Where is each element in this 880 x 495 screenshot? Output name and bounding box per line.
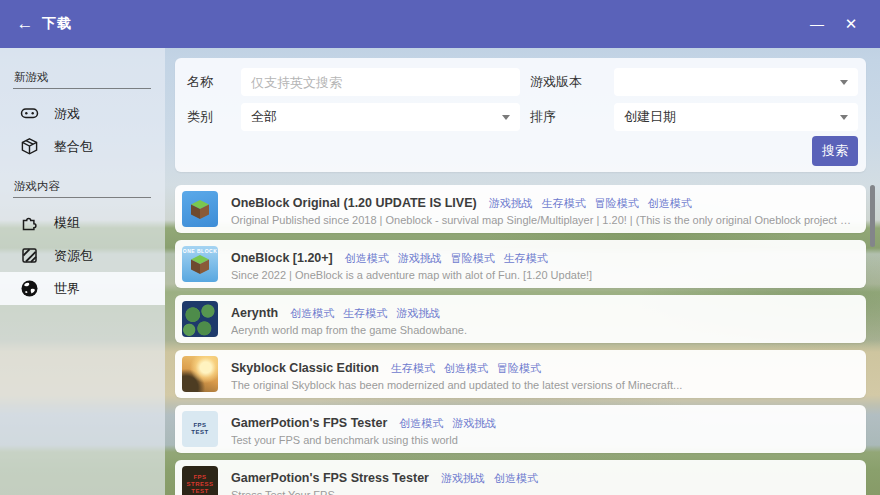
- result-icon-text: [182, 301, 218, 337]
- search-form: 名称 游戏版本 类别 全部 排序 创建日期: [175, 58, 866, 172]
- result-card[interactable]: FPS TEST GamerPotion's FPS Tester 创造模式游戏…: [175, 405, 866, 453]
- sidebar-item-label: 资源包: [54, 247, 93, 265]
- result-description: Test your FPS and benchmark using this w…: [231, 434, 854, 446]
- result-tag[interactable]: 生存模式: [504, 252, 548, 264]
- search-button[interactable]: 搜索: [812, 136, 858, 166]
- result-tags: 创造模式生存模式游戏挑战: [290, 303, 449, 321]
- result-icon: FPS STRESS TEST: [182, 466, 218, 495]
- app-window: ← 下载 — ✕ 新游戏 游戏 整合包: [0, 0, 880, 495]
- result-tag[interactable]: 游戏挑战: [489, 197, 533, 209]
- result-tags: 游戏挑战生存模式冒险模式创造模式: [489, 193, 701, 211]
- minimize-button[interactable]: —: [800, 9, 834, 39]
- sidebar-item-mods[interactable]: 模组: [0, 206, 165, 239]
- back-arrow-icon: ←: [17, 14, 34, 34]
- result-card[interactable]: Skyblock Classic Edition 生存模式创造模式冒险模式 Th…: [175, 350, 866, 398]
- result-title-row: GamerPotion's FPS Tester 创造模式游戏挑战: [231, 413, 854, 431]
- result-card[interactable]: Aerynth 创造模式生存模式游戏挑战 Aerynth world map f…: [175, 295, 866, 343]
- grass-block-art: [182, 246, 218, 282]
- result-icon: [182, 356, 218, 392]
- result-tag[interactable]: 创造模式: [345, 252, 389, 264]
- sidebar-section-game-content: 游戏内容: [0, 179, 165, 197]
- sidebar-section-new-games: 新游戏: [0, 70, 165, 88]
- game-version-dropdown[interactable]: [614, 68, 858, 96]
- category-label: 类别: [185, 108, 233, 126]
- sidebar: 新游戏 游戏 整合包 游戏内容 模组: [0, 48, 165, 495]
- globe-icon: [20, 279, 39, 298]
- result-tag[interactable]: 生存模式: [391, 362, 435, 374]
- sidebar-item-worlds[interactable]: 世界: [0, 272, 165, 305]
- sort-dropdown[interactable]: 创建日期: [614, 103, 858, 131]
- result-tags: 创造模式游戏挑战冒险模式生存模式: [345, 248, 557, 266]
- sidebar-item-modpacks[interactable]: 整合包: [0, 130, 165, 163]
- gamepad-icon: [20, 104, 39, 123]
- result-tags: 生存模式创造模式冒险模式: [391, 358, 550, 376]
- result-tag[interactable]: 游戏挑战: [396, 307, 440, 319]
- chevron-down-icon: [840, 80, 848, 85]
- result-tag[interactable]: 冒险模式: [497, 362, 541, 374]
- result-card[interactable]: ONE BLOCK OneBlock [1.20+] 创造模式游戏挑战冒险模式生…: [175, 240, 866, 288]
- result-tag[interactable]: 创造模式: [399, 417, 443, 429]
- result-tags: 游戏挑战创造模式: [441, 468, 547, 486]
- result-tag[interactable]: 创造模式: [494, 472, 538, 484]
- result-title-row: GamerPotion's FPS Stress Tester 游戏挑战创造模式: [231, 468, 854, 486]
- result-icon: [182, 301, 218, 337]
- result-body: OneBlock [1.20+] 创造模式游戏挑战冒险模式生存模式 Since …: [231, 248, 854, 281]
- close-icon: ✕: [845, 15, 858, 33]
- main-content: 名称 游戏版本 类别 全部 排序 创建日期: [175, 48, 866, 495]
- game-version-label: 游戏版本: [528, 73, 606, 91]
- sidebar-item-label: 整合包: [54, 138, 93, 156]
- result-tags: 创造模式游戏挑战: [399, 413, 505, 431]
- name-search-input[interactable]: [241, 68, 520, 96]
- result-title: OneBlock [1.20+]: [231, 251, 333, 265]
- result-title-row: Aerynth 创造模式生存模式游戏挑战: [231, 303, 854, 321]
- result-icon-text: [182, 356, 218, 392]
- results-list: OneBlock Original (1.20 UPDATE IS LIVE) …: [175, 185, 866, 495]
- section-divider: [13, 197, 151, 198]
- result-tag[interactable]: 生存模式: [343, 307, 387, 319]
- grass-block-art: [182, 191, 218, 227]
- scrollbar-thumb[interactable]: [870, 185, 875, 247]
- result-title: OneBlock Original (1.20 UPDATE IS LIVE): [231, 196, 477, 210]
- name-label: 名称: [185, 73, 233, 91]
- sidebar-item-label: 模组: [54, 214, 80, 232]
- result-tag[interactable]: 游戏挑战: [452, 417, 496, 429]
- form-row-1: 名称 游戏版本: [185, 68, 858, 96]
- result-tag[interactable]: 创造模式: [648, 197, 692, 209]
- titlebar: ← 下载 — ✕: [0, 0, 880, 48]
- category-dropdown[interactable]: 全部: [241, 103, 520, 131]
- chevron-down-icon: [502, 115, 510, 120]
- result-description: Since 2022 | OneBlock is a adventure map…: [231, 269, 854, 281]
- result-description: Aerynth world map from the game Shadowba…: [231, 324, 854, 336]
- result-card[interactable]: FPS STRESS TEST GamerPotion's FPS Stress…: [175, 460, 866, 495]
- result-body: GamerPotion's FPS Tester 创造模式游戏挑战 Test y…: [231, 413, 854, 446]
- result-tag[interactable]: 创造模式: [444, 362, 488, 374]
- result-icon-text: FPS STRESS TEST: [182, 466, 218, 495]
- result-title: GamerPotion's FPS Tester: [231, 416, 387, 430]
- result-tag[interactable]: 生存模式: [542, 197, 586, 209]
- result-icon: FPS TEST: [182, 411, 218, 447]
- result-title-row: Skyblock Classic Edition 生存模式创造模式冒险模式: [231, 358, 854, 376]
- result-body: Skyblock Classic Edition 生存模式创造模式冒险模式 Th…: [231, 358, 854, 391]
- result-icon-text: FPS TEST: [182, 411, 218, 447]
- result-tag[interactable]: 冒险模式: [595, 197, 639, 209]
- result-tag[interactable]: 冒险模式: [451, 252, 495, 264]
- section-divider: [13, 88, 151, 89]
- result-card[interactable]: OneBlock Original (1.20 UPDATE IS LIVE) …: [175, 185, 866, 233]
- result-tag[interactable]: 创造模式: [290, 307, 334, 319]
- sort-label: 排序: [528, 108, 606, 126]
- back-button[interactable]: ←: [8, 9, 42, 39]
- puzzle-icon: [20, 213, 39, 232]
- result-tag[interactable]: 游戏挑战: [441, 472, 485, 484]
- sidebar-item-label: 游戏: [54, 105, 80, 123]
- close-button[interactable]: ✕: [834, 9, 868, 39]
- package-icon: [20, 137, 39, 156]
- result-body: OneBlock Original (1.20 UPDATE IS LIVE) …: [231, 193, 854, 226]
- sidebar-item-games[interactable]: 游戏: [0, 97, 165, 130]
- sidebar-item-label: 世界: [54, 280, 80, 298]
- result-icon: ONE BLOCK: [182, 246, 218, 282]
- result-title-row: OneBlock Original (1.20 UPDATE IS LIVE) …: [231, 193, 854, 211]
- result-tag[interactable]: 游戏挑战: [398, 252, 442, 264]
- sidebar-gap: [0, 163, 165, 179]
- minimize-icon: —: [810, 16, 824, 32]
- sidebar-item-resource-packs[interactable]: 资源包: [0, 239, 165, 272]
